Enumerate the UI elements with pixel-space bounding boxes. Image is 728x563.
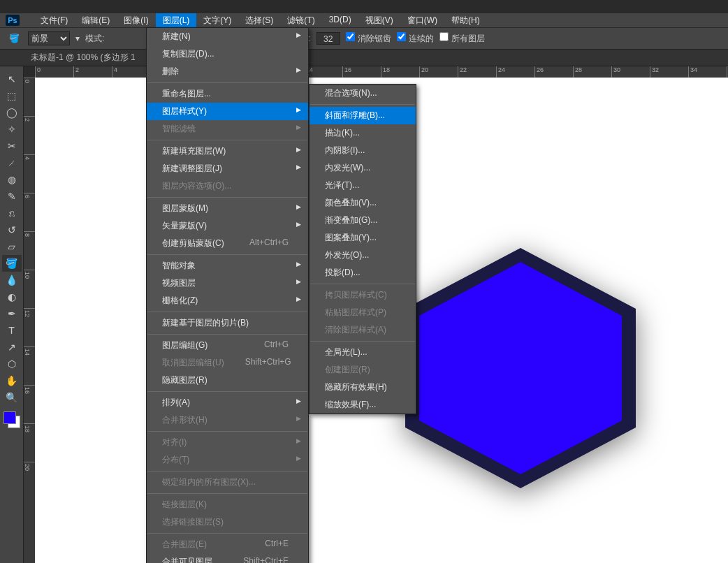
menu-separator [310,341,415,342]
menu-item[interactable]: 矢量蒙版(V) [147,217,308,235]
tolerance-value[interactable]: 32 [316,32,340,45]
hand-tool[interactable]: ✋ [2,372,22,389]
menu-item[interactable]: 文件(F) [34,13,75,28]
dodge-tool[interactable]: ◐ [2,288,22,305]
menu-item[interactable]: 排列(A) [147,394,308,411]
menu-item[interactable]: 图像(I) [117,13,155,28]
menu-item[interactable]: 图案叠加(Y)... [310,229,416,247]
menu-item[interactable]: 描边(K)... [310,124,416,142]
foreground-select[interactable]: 前景 [28,31,70,45]
horizontal-ruler: 024681012141618202224262830323436 [35,66,728,78]
zoom-tool[interactable]: 🔍 [2,389,22,406]
menu-item[interactable]: 创建剪贴蒙版(C)Alt+Ctrl+G [147,235,308,252]
hexagon-shape [398,242,643,494]
pen-tool[interactable]: ✒ [2,305,22,322]
menu-item[interactable]: 帮助(H) [444,13,487,28]
menu-item[interactable]: 滤镜(T) [280,13,321,28]
eraser-tool[interactable]: ▱ [2,238,22,255]
menu-item: 图层内容选项(O)... [147,177,308,195]
menu-separator [147,334,307,335]
menu-item[interactable]: 编辑(E) [75,13,117,28]
menu-separator [310,104,415,105]
stamp-tool[interactable]: ⎌ [2,205,22,221]
vertical-ruler: 02468101214161820 [24,78,35,563]
paint-bucket-tool[interactable]: 🪣 [2,255,22,272]
menubar: Ps 文件(F)编辑(E)图像(I)图层(L)文字(Y)选择(S)滤镜(T)3D… [0,13,728,27]
menu-separator [147,533,307,534]
menu-separator [147,254,307,255]
menu-item[interactable]: 图层蒙版(M) [147,200,308,217]
menu-item: 拷贝图层样式(C) [310,286,416,304]
blur-tool[interactable]: 💧 [2,272,22,288]
brush-tool[interactable]: ✎ [2,188,22,205]
menu-item[interactable]: 渐变叠加(G)... [310,212,416,229]
menu-item[interactable]: 新建调整图层(J) [147,160,308,177]
menu-item[interactable]: 删除 [147,63,308,80]
menu-separator [147,312,307,312]
menu-item: 分布(T) [147,451,308,469]
menu-separator [147,493,307,494]
marquee-tool[interactable]: ⬚ [2,87,22,104]
color-swatch[interactable] [3,411,20,428]
crop-tool[interactable]: ✂ [2,138,22,154]
menu-item[interactable]: 图层编组(G)Ctrl+G [147,337,308,354]
menu-item[interactable]: 外发光(O)... [310,247,416,264]
antialias-checkbox[interactable]: 消除锯齿 [346,32,391,45]
menu-item: 锁定组内的所有图层(X)... [147,474,308,491]
path-select-tool[interactable]: ↗ [2,339,22,356]
menu-item[interactable]: 缩放效果(F)... [310,396,416,414]
menu-item[interactable]: 隐藏图层(R) [147,372,308,389]
menu-item[interactable]: 窗口(W) [400,13,444,28]
menu-item[interactable]: 文字(Y) [196,13,238,28]
all-layers-checkbox[interactable]: 所有图层 [439,32,485,45]
menu-item[interactable]: 隐藏所有效果(H) [310,379,416,396]
menu-item[interactable]: 栅格化(Z) [147,292,308,309]
move-tool[interactable]: ↖ [2,71,22,87]
menu-item[interactable]: 选择(S) [238,13,280,28]
menu-item: 合并形状(H) [147,411,308,429]
menu-item[interactable]: 光泽(T)... [310,177,416,194]
healing-tool[interactable]: ◍ [2,171,22,188]
type-tool[interactable]: T [2,322,22,339]
menu-item[interactable]: 全局光(L)... [310,344,416,361]
menu-separator [310,284,415,284]
menu-item[interactable]: 图层(L) [156,13,197,28]
menu-item[interactable]: 新建基于图层的切片(B) [147,314,308,332]
menu-item: 创建图层(R) [310,361,416,379]
menu-item[interactable]: 复制图层(D)... [147,45,308,63]
wand-tool[interactable]: ✧ [2,121,22,138]
menu-item: 粘贴图层样式(P) [310,304,416,321]
document-tab[interactable]: 未标题-1 @ 100% (多边形 1 [31,52,136,64]
menu-item[interactable]: 投影(D)... [310,264,416,282]
menu-item: 清除图层样式(A) [310,321,416,339]
contiguous-checkbox[interactable]: 连续的 [397,32,434,45]
menu-item: 合并图层(E)Ctrl+E [147,536,308,553]
menu-separator [147,140,307,140]
foreground-color-icon[interactable] [3,411,16,424]
menu-item[interactable]: 混合选项(N)... [310,85,416,102]
shape-tool[interactable]: ⬡ [2,356,22,372]
menu-item[interactable]: 内发光(W)... [310,159,416,177]
menu-item[interactable]: 斜面和浮雕(B)... [310,107,416,124]
history-brush-tool[interactable]: ↺ [2,221,22,238]
menu-item[interactable]: 3D(D) [322,13,358,28]
menu-item[interactable]: 新建(N) [147,28,308,45]
menu-item[interactable]: 图层样式(Y) [147,103,308,120]
photoshop-logo-icon: Ps [6,15,20,26]
menu-item: 智能滤镜 [147,120,308,138]
menu-item[interactable]: 视图(V) [358,13,400,28]
menu-item[interactable]: 新建填充图层(W) [147,142,308,160]
bucket-tool-icon: 🪣 [6,30,22,47]
menu-item[interactable]: 重命名图层... [147,85,308,103]
menu-separator [147,197,307,198]
menu-item[interactable]: 合并可见图层Shift+Ctrl+E [147,553,308,563]
menu-separator [147,391,307,392]
window-titlebar [0,0,728,13]
eyedropper-tool[interactable]: ⟋ [2,154,22,171]
menu-item[interactable]: 视频图层 [147,275,308,292]
lasso-tool[interactable]: ◯ [2,104,22,121]
menu-separator [147,431,307,432]
menu-item[interactable]: 智能对象 [147,257,308,275]
menu-item[interactable]: 内阴影(I)... [310,142,416,159]
menu-item[interactable]: 颜色叠加(V)... [310,194,416,212]
